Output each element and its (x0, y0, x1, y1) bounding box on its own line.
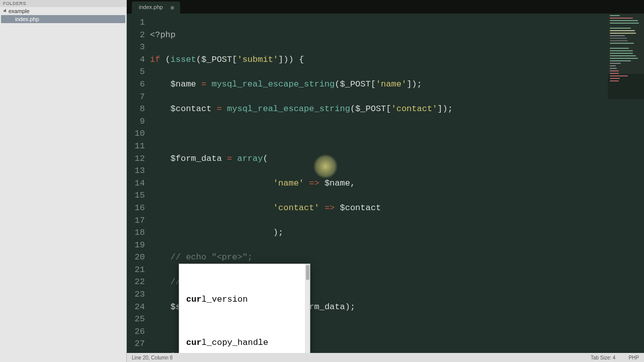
sidebar: FOLDERS example index.php (0, 0, 127, 362)
file-label: index.php (15, 16, 39, 22)
status-language[interactable]: PHP (628, 355, 639, 360)
gutter: 1234567891011121314151617181920212223242… (127, 14, 150, 362)
autocomplete-scrollbar[interactable] (305, 264, 310, 362)
file-index-php[interactable]: index.php (1, 15, 125, 23)
status-line-col[interactable]: Line 20, Column 8 (132, 355, 173, 360)
editor: index.php 123456789101112131415161718192… (127, 0, 644, 362)
folder-label: example (9, 8, 30, 14)
minimap[interactable] (608, 14, 644, 99)
folder-example[interactable]: example (0, 7, 126, 15)
status-tabsize[interactable]: Tab Size: 4 (591, 355, 615, 360)
dirty-indicator-icon (171, 6, 174, 10)
code-area[interactable]: 1234567891011121314151617181920212223242… (127, 14, 644, 362)
status-bar: Line 20, Column 8 Tab Size: 4 PHP (127, 353, 644, 362)
autocomplete-item[interactable]: curl_copy_handle (179, 336, 310, 350)
autocomplete-item[interactable]: curl_version (179, 293, 310, 307)
tab-bar: index.php (127, 0, 644, 14)
autocomplete-popup[interactable]: curl_version curl_copy_handle curl_multi… (179, 263, 310, 362)
tab-index-php[interactable]: index.php (132, 2, 180, 14)
code-text[interactable]: <?php if (isset($_POST['submit'])) { $na… (150, 14, 644, 362)
sidebar-header: FOLDERS (0, 0, 126, 7)
chevron-down-icon (3, 9, 8, 13)
tab-label: index.php (139, 4, 163, 10)
